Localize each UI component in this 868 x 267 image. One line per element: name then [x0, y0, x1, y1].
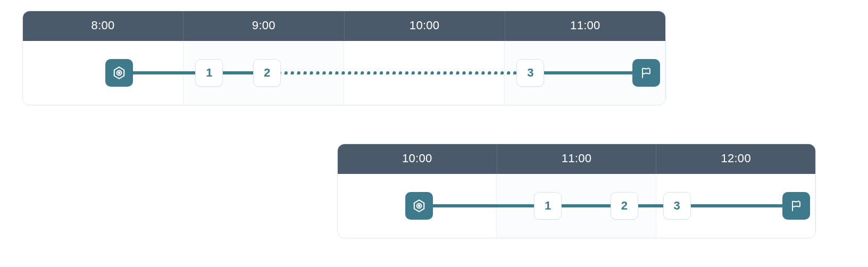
timeline-2: 10:00 11:00 12:00 1 [337, 144, 816, 238]
step-node: 2 [253, 59, 281, 87]
time-column-header: 8:00 [23, 11, 183, 41]
gear-icon [112, 66, 126, 80]
timeline-body: 1 2 3 [338, 174, 815, 238]
flag-icon [790, 199, 803, 212]
step-node: 2 [611, 192, 638, 220]
step-label: 2 [264, 66, 270, 80]
time-column-header: 10:00 [338, 144, 497, 174]
timeline-track: 1 2 3 [338, 174, 815, 238]
timeline-track: 1 2 3 [23, 41, 665, 105]
step-node: 1 [195, 59, 223, 87]
time-column-header: 11:00 [505, 11, 665, 41]
step-node: 3 [516, 59, 544, 87]
svg-point-5 [418, 205, 420, 207]
step-label: 1 [206, 66, 212, 80]
time-column-header: 9:00 [183, 11, 344, 41]
timeline-header: 10:00 11:00 12:00 [338, 144, 815, 174]
timeline-1: 8:00 9:00 10:00 11:00 [22, 11, 666, 105]
step-node: 1 [534, 192, 562, 220]
svg-point-2 [119, 72, 120, 74]
segment-solid [419, 204, 548, 207]
segment-solid [677, 204, 797, 207]
step-label: 3 [527, 66, 533, 80]
timeline-header: 8:00 9:00 10:00 11:00 [23, 11, 665, 41]
step-label: 2 [621, 199, 628, 213]
timeline-body: 1 2 3 [23, 41, 665, 105]
time-column-header: 12:00 [656, 144, 815, 174]
flag-icon [640, 66, 653, 79]
step-label: 1 [545, 199, 551, 213]
time-column-header: 10:00 [345, 11, 505, 41]
start-node [105, 59, 133, 87]
time-column-header: 11:00 [497, 144, 657, 174]
step-label: 3 [673, 199, 680, 213]
end-node [632, 59, 660, 87]
segment-solid [530, 71, 646, 74]
gear-icon [412, 199, 426, 213]
segment-dotted [267, 71, 530, 74]
end-node [782, 192, 810, 220]
step-node: 3 [663, 192, 691, 220]
start-node [405, 192, 433, 220]
